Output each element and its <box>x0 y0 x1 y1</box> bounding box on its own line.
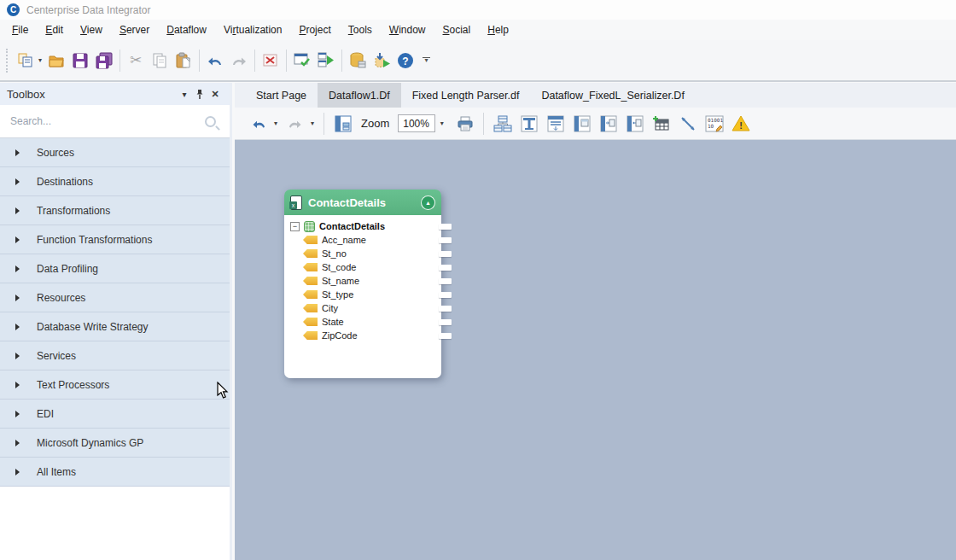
output-port[interactable] <box>439 224 452 230</box>
redo-dropdown-icon[interactable]: ▾ <box>308 120 317 127</box>
menu-item[interactable]: Project <box>290 21 339 38</box>
distribute-horizontal-icon[interactable] <box>517 112 540 135</box>
field-row[interactable]: State <box>284 315 441 329</box>
auto-layout-icon[interactable] <box>491 112 514 135</box>
menu-item[interactable]: Help <box>479 21 517 38</box>
zoom-combobox[interactable]: 100% ▾ <box>398 114 448 132</box>
collapse-node-panel-icon[interactable] <box>597 112 620 135</box>
field-icon <box>303 331 318 340</box>
toolbar-separator <box>254 50 255 72</box>
toolbar-options-icon[interactable]: ▾ <box>423 57 430 64</box>
open-folder-icon[interactable] <box>44 49 68 73</box>
warnings-icon[interactable]: ! <box>729 112 752 135</box>
menu-item[interactable]: Social <box>434 21 480 38</box>
toolbox-category[interactable]: Transformations <box>0 196 230 225</box>
node-collapse-button[interactable]: ▲ <box>421 195 435 210</box>
add-grid-icon[interactable] <box>650 112 673 135</box>
output-port[interactable] <box>439 251 452 257</box>
search-input[interactable] <box>10 115 205 127</box>
menu-item[interactable]: Edit <box>37 21 72 38</box>
menu-item[interactable]: Dataflow <box>158 21 215 38</box>
toolbox-category-label: Function Transformations <box>37 234 152 246</box>
toolbox-category[interactable]: Destinations <box>0 167 230 196</box>
field-row[interactable]: Acc_name <box>284 233 441 247</box>
field-row[interactable]: St_name <box>284 274 441 288</box>
tree-expander-icon[interactable]: − <box>290 222 300 231</box>
output-port[interactable] <box>439 237 452 243</box>
zoom-dropdown-icon[interactable]: ▾ <box>435 114 448 132</box>
close-icon[interactable]: ✕ <box>207 87 223 101</box>
toolbox-category[interactable]: Sources <box>0 138 230 167</box>
delete-icon[interactable] <box>259 49 283 73</box>
output-port[interactable] <box>439 278 452 284</box>
output-port[interactable] <box>439 333 452 339</box>
output-port[interactable] <box>439 292 452 298</box>
toolbox-category[interactable]: Text Processors <box>0 370 230 400</box>
toolbox-category[interactable]: All Items <box>0 458 230 487</box>
toolbox-category[interactable]: Microsoft Dynamics GP <box>0 429 230 458</box>
print-icon[interactable] <box>453 112 476 135</box>
verify-dataflow-icon[interactable] <box>290 49 314 73</box>
undo-icon[interactable] <box>247 112 270 135</box>
tree-root-row[interactable]: − ContactDetails <box>284 219 441 233</box>
menu-item[interactable]: Window <box>381 21 434 38</box>
document-tab[interactable]: Dataflow_FixedL_Serializer.Df <box>530 83 695 108</box>
raw-data-preview-icon[interactable]: 0100110 <box>702 112 726 135</box>
new-dropdown-icon[interactable]: ▾ <box>36 56 44 64</box>
start-dataflow-icon[interactable] <box>314 49 338 73</box>
save-all-icon[interactable] <box>92 49 116 73</box>
undo-icon[interactable] <box>203 49 227 73</box>
database-browser-icon[interactable] <box>346 49 370 73</box>
toolbar-grip[interactable] <box>6 49 9 73</box>
toolbox-category[interactable]: Resources <box>0 283 230 312</box>
chevron-right-icon <box>15 178 20 185</box>
toolbox-category[interactable]: Data Profiling <box>0 254 230 283</box>
zoom-value[interactable]: 100% <box>398 114 435 132</box>
toolbox-category[interactable]: EDI <box>0 400 230 429</box>
field-label: ZipCode <box>322 330 358 341</box>
menu-item[interactable]: View <box>72 21 111 38</box>
node-header[interactable]: ContactDetails ▲ <box>284 190 441 215</box>
draw-link-icon[interactable] <box>676 112 699 135</box>
output-port[interactable] <box>439 265 452 271</box>
app-window: C Centerprise Data Integrator FileEditVi… <box>0 0 956 560</box>
expand-all-nodes-icon[interactable] <box>544 112 567 135</box>
paste-icon[interactable] <box>172 49 195 73</box>
toolbox-category[interactable]: Services <box>0 341 230 370</box>
output-port[interactable] <box>439 306 452 312</box>
show-node-panel-icon[interactable] <box>570 112 593 135</box>
menu-item[interactable]: Server <box>111 21 158 38</box>
menu-item[interactable]: File <box>3 21 37 38</box>
field-row[interactable]: St_no <box>284 247 441 260</box>
document-tab[interactable]: Dataflow1.Df <box>318 83 401 108</box>
output-port[interactable] <box>439 319 452 325</box>
field-row[interactable]: St_code <box>284 260 441 274</box>
document-tab[interactable]: Start Page <box>245 83 318 108</box>
dataflow-canvas[interactable]: ContactDetails ▲ − ContactDetails <box>235 140 956 560</box>
save-icon[interactable] <box>68 49 92 73</box>
copy-icon[interactable] <box>148 49 172 73</box>
document-tab[interactable]: Fixed Length Parser.df <box>401 83 531 108</box>
field-row[interactable]: City <box>284 301 441 315</box>
pin-icon[interactable] <box>192 87 207 101</box>
menu-item[interactable]: Virtualization <box>215 21 291 38</box>
resize-node-panel-icon[interactable] <box>623 112 646 135</box>
contactdetails-node[interactable]: ContactDetails ▲ − ContactDetails <box>284 190 441 378</box>
search-icon[interactable] <box>205 116 216 127</box>
deploy-job-icon[interactable] <box>370 49 393 73</box>
toolbox-category[interactable]: Database Write Strategy <box>0 312 230 341</box>
redo-icon[interactable] <box>227 49 251 73</box>
field-row[interactable]: ZipCode <box>284 329 441 342</box>
redo-icon[interactable] <box>283 112 306 135</box>
field-row[interactable]: St_type <box>284 288 441 301</box>
window-position-icon[interactable]: ▾ <box>177 87 192 101</box>
preview-layout-icon[interactable] <box>331 112 354 135</box>
cut-icon[interactable]: ✂ <box>124 49 148 73</box>
field-icon <box>303 277 318 285</box>
help-icon[interactable]: ? <box>393 49 417 73</box>
menu-item[interactable]: Tools <box>340 21 381 38</box>
undo-dropdown-icon[interactable]: ▾ <box>271 120 280 127</box>
new-document-icon[interactable] <box>14 49 38 73</box>
toolbox-category-label: All Items <box>37 466 76 478</box>
toolbox-category[interactable]: Function Transformations <box>0 225 230 254</box>
